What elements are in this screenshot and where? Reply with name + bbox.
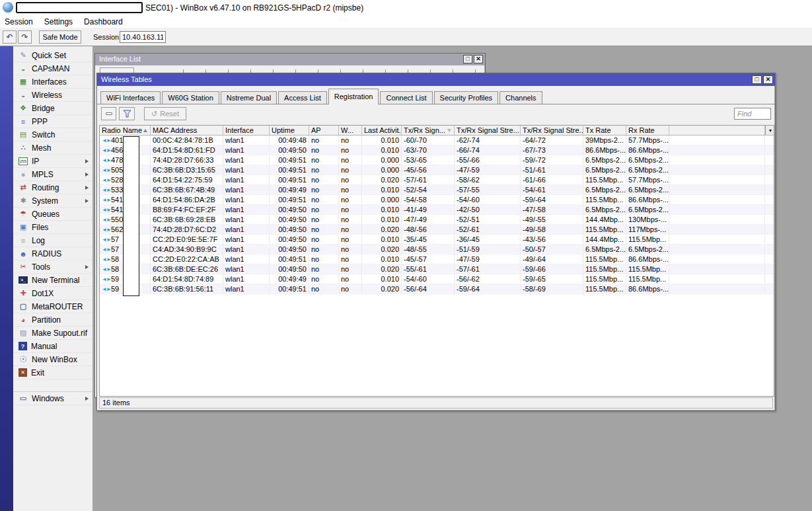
- column-header-sig1[interactable]: Tx/Rx Sign...: [402, 126, 455, 135]
- sidebar-item-label: Quick Set: [32, 51, 90, 60]
- menu-session[interactable]: Session: [5, 17, 33, 26]
- interface-list-titlebar[interactable]: Interface List □ ✕: [95, 54, 485, 65]
- table-row[interactable]: 57C4:AD:34:90:B9:9Cwlan100:49:50nono0.02…: [100, 245, 774, 255]
- table-row[interactable]: 5056C:3B:6B:D3:15:65wlan100:49:51nono0.0…: [100, 165, 774, 175]
- sidebar-item-interfaces[interactable]: Interfaces: [13, 75, 92, 89]
- table-row[interactable]: 596C:3B:6B:91:56:11wlan100:49:51nono0.02…: [100, 284, 774, 294]
- sidebar-item-capsman[interactable]: CAPsMAN: [13, 62, 92, 75]
- table-row[interactable]: 586C:3B:6B:DE:EC:26wlan100:49:50nono0.02…: [100, 264, 774, 274]
- cell-uptime: 00:49:48: [270, 136, 309, 145]
- sidebar-item-wireless[interactable]: Wireless: [13, 89, 92, 102]
- column-header-ap[interactable]: AP: [309, 126, 339, 135]
- menu-settings[interactable]: Settings: [44, 17, 73, 26]
- close-icon[interactable]: ✕: [474, 55, 483, 63]
- table-row[interactable]: 56274:4D:28:D7:6C:D2wlan100:49:50nono0.0…: [100, 225, 774, 235]
- cell-iface: wlan1: [223, 225, 270, 234]
- column-header-sig2[interactable]: Tx/Rx Signal Stre...: [455, 126, 521, 135]
- maximize-icon[interactable]: □: [463, 55, 472, 63]
- session-input[interactable]: [120, 31, 166, 43]
- column-header-rx[interactable]: Rx Rate: [626, 126, 669, 135]
- find-input[interactable]: [734, 108, 771, 120]
- tab-channels[interactable]: Channels: [499, 91, 542, 104]
- table-row[interactable]: 541B8:69:F4:FC:EF:2Fwlan100:49:50nono0.0…: [100, 205, 774, 215]
- sidebar-item-partition[interactable]: Partition: [13, 313, 92, 327]
- column-header-tx[interactable]: Tx Rate: [583, 126, 626, 135]
- sidebar-item-switch[interactable]: Switch: [13, 128, 92, 141]
- tab-connect-list[interactable]: Connect List: [380, 91, 432, 104]
- table-row[interactable]: 5506C:3B:6B:69:28:EBwlan100:49:50nono0.0…: [100, 215, 774, 225]
- tools-icon: [18, 262, 28, 272]
- sidebar-item-ppp[interactable]: PPP: [13, 115, 92, 128]
- cell-wds: no: [339, 175, 362, 184]
- sidebar-item-windows[interactable]: Windows: [13, 392, 92, 405]
- sidebar-item-make-supout-rif[interactable]: Make Supout.rif: [13, 327, 92, 340]
- sidebar-item-bridge[interactable]: Bridge: [13, 102, 92, 115]
- sidebar-item-queues[interactable]: Queues: [13, 208, 92, 221]
- tab-w60g-station[interactable]: W60G Station: [162, 91, 219, 104]
- tab-registration[interactable]: Registration: [328, 89, 379, 104]
- sidebar-item-dot1x[interactable]: Dot1X: [13, 287, 92, 300]
- sidebar-item-system[interactable]: System: [13, 194, 92, 208]
- column-header-empty[interactable]: [669, 126, 765, 135]
- tab-wifi-interfaces[interactable]: WiFi Interfaces: [100, 91, 161, 104]
- column-header-radio[interactable]: Radio Name: [100, 126, 151, 135]
- sidebar-item-log[interactable]: Log: [13, 234, 92, 247]
- table-header-row: Radio NameMAC AddressInterfaceUptimeAPW.…: [100, 126, 774, 136]
- cell-sig3: -47/-58: [521, 205, 583, 214]
- filter-button[interactable]: [119, 107, 135, 120]
- maximize-icon[interactable]: □: [752, 75, 762, 84]
- column-header-uptime[interactable]: Uptime: [270, 126, 309, 135]
- sidebar-item-files[interactable]: Files: [13, 221, 92, 234]
- table-row[interactable]: 47874:4D:28:D7:66:33wlan100:49:51nono0.0…: [100, 155, 774, 165]
- sidebar-item-mpls[interactable]: MPLS: [13, 168, 92, 181]
- reset-button[interactable]: ↺ Reset: [144, 107, 186, 120]
- column-header-sig3[interactable]: Tx/Rx Signal Stre...: [521, 126, 583, 135]
- sidebar-item-exit[interactable]: Exit: [13, 366, 92, 379]
- sidebar-item-ip[interactable]: IP: [13, 155, 92, 168]
- table-row[interactable]: 40100:0C:42:84:78:1Bwlan100:49:48nono0.0…: [100, 136, 774, 145]
- tab-access-list[interactable]: Access List: [278, 91, 327, 104]
- table-row[interactable]: 5336C:3B:6B:67:4B:49wlan100:49:49nono0.0…: [100, 185, 774, 195]
- close-icon[interactable]: ✕: [763, 75, 773, 84]
- wireless-toolbar: ↺ Reset: [97, 104, 775, 124]
- sidebar-item-routing[interactable]: Routing: [13, 181, 92, 194]
- sidebar-items: Quick Set CAPsMAN Interfaces Wireless Br…: [13, 46, 92, 379]
- sidebar-item-manual[interactable]: Manual: [13, 340, 92, 353]
- tab-security-profiles[interactable]: Security Profiles: [434, 91, 498, 104]
- sidebar-item-radius[interactable]: RADIUS: [13, 247, 92, 260]
- table-row[interactable]: 57CC:2D:E0:9E:5E:7Fwlan100:49:50nono0.01…: [100, 235, 774, 245]
- cell-sig2: -56/-62: [455, 274, 521, 284]
- column-header-last[interactable]: Last Activit...: [362, 126, 402, 135]
- sidebar-item-label: Interfaces: [32, 77, 90, 87]
- column-header-iface[interactable]: Interface: [223, 126, 270, 135]
- table-row[interactable]: 58CC:2D:E0:22:CA:ABwlan100:49:51nono0.01…: [100, 255, 774, 264]
- sidebar-item-quick-set[interactable]: Quick Set: [13, 49, 92, 62]
- table-row[interactable]: 5964:D1:54:8D:74:89wlan100:49:49nono0.01…: [100, 274, 774, 284]
- cell-wds: no: [339, 255, 362, 264]
- sidebar-item-tools[interactable]: Tools: [13, 260, 92, 274]
- registration-icon: [102, 186, 111, 194]
- remove-button[interactable]: [101, 107, 116, 120]
- sidebar-item-mesh[interactable]: Mesh: [13, 141, 92, 155]
- tab-nstreme-dual[interactable]: Nstreme Dual: [221, 91, 277, 104]
- safe-mode-button[interactable]: Safe Mode: [39, 30, 81, 44]
- column-select-dropdown-button[interactable]: ▼: [765, 126, 774, 135]
- undo-button[interactable]: ↶: [3, 30, 17, 44]
- menu-dashboard[interactable]: Dashboard: [84, 17, 123, 26]
- status-bar: 16 items: [99, 397, 773, 409]
- column-header-wds[interactable]: W...: [339, 126, 362, 135]
- cell-rx: 86.6Mbps-...: [626, 284, 669, 294]
- sidebar-item-label: Exit: [31, 368, 90, 377]
- sidebar-item-metarouter[interactable]: MetaROUTER: [13, 300, 92, 313]
- cell-mac: C4:AD:34:90:B9:9C: [151, 245, 223, 254]
- sidebar-item-new-terminal[interactable]: New Terminal: [13, 274, 92, 287]
- wireless-tables-titlebar[interactable]: Wireless Tables □ ✕: [97, 73, 775, 86]
- table-row[interactable]: 52864:D1:54:22:75:59wlan100:49:51nono0.0…: [100, 175, 774, 185]
- table-row[interactable]: 54164:D1:54:86:DA:2Bwlan100:49:51nono0.0…: [100, 195, 774, 205]
- table-row[interactable]: 45664:D1:54:8D:61:FDwlan100:49:50nono0.0…: [100, 145, 774, 155]
- registration-icon: [102, 245, 111, 254]
- redo-button[interactable]: ↷: [18, 30, 32, 44]
- column-header-mac[interactable]: MAC Address: [151, 126, 223, 135]
- sidebar-item-new-winbox[interactable]: New WinBox: [13, 353, 92, 366]
- cell-wds: no: [339, 195, 362, 204]
